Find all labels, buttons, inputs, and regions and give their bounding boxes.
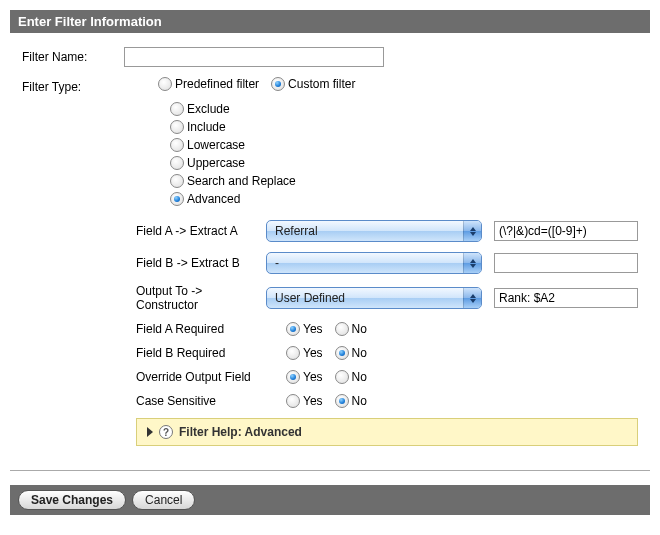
mode-lowercase-radio[interactable] (170, 138, 184, 152)
override-output-label: Override Output Field (136, 370, 286, 384)
field-a-label: Field A -> Extract A (136, 224, 266, 238)
mode-exclude-radio[interactable] (170, 102, 184, 116)
field-a-select-value: Referral (275, 224, 318, 238)
case-sensitive-label: Case Sensitive (136, 394, 286, 408)
filter-panel: Enter Filter Information Filter Name: Fi… (10, 10, 650, 471)
cancel-button[interactable]: Cancel (132, 490, 195, 510)
override-output-yes[interactable]: Yes (286, 370, 323, 384)
custom-filter-label: Custom filter (288, 77, 355, 91)
help-icon: ? (159, 425, 173, 439)
field-b-required-yes[interactable]: Yes (286, 346, 323, 360)
save-changes-button[interactable]: Save Changes (18, 490, 126, 510)
row-filter-type: Filter Type: Predefined filter Custom fi… (22, 77, 638, 94)
output-constructor-input[interactable] (494, 288, 638, 308)
panel-title: Enter Filter Information (10, 10, 650, 33)
predefined-filter-radio[interactable] (158, 77, 172, 91)
updown-icon (463, 221, 481, 241)
filter-name-label: Filter Name: (22, 47, 124, 64)
mode-include-radio[interactable] (170, 120, 184, 134)
field-b-required-label: Field B Required (136, 346, 286, 360)
field-a-select[interactable]: Referral (266, 220, 482, 242)
row-field-a: Field A -> Extract A Referral (22, 220, 638, 242)
panel-body: Filter Name: Filter Type: Predefined fil… (10, 33, 650, 456)
case-sensitive-yes[interactable]: Yes (286, 394, 323, 408)
mode-advanced-radio[interactable] (170, 192, 184, 206)
predefined-filter-label: Predefined filter (175, 77, 259, 91)
row-field-b-required: Field B Required Yes No (22, 346, 638, 360)
field-b-label: Field B -> Extract B (136, 256, 266, 270)
filter-help-bar[interactable]: ? Filter Help: Advanced (136, 418, 638, 446)
field-b-required-no[interactable]: No (335, 346, 367, 360)
mode-uppercase[interactable]: Uppercase (170, 156, 245, 170)
mode-radio-group: Exclude Include Lowercase Uppercase Sear… (22, 100, 638, 208)
mode-uppercase-radio[interactable] (170, 156, 184, 170)
field-a-required-label: Field A Required (136, 322, 286, 336)
row-override-output: Override Output Field Yes No (22, 370, 638, 384)
filter-help-label: Filter Help: Advanced (179, 425, 302, 439)
custom-filter-radio[interactable] (271, 77, 285, 91)
disclosure-triangle-icon (147, 427, 153, 437)
field-a-required-no[interactable]: No (335, 322, 367, 336)
field-b-select-value: - (275, 256, 279, 270)
footer-bar: Save Changes Cancel (10, 485, 650, 515)
case-sensitive-no[interactable]: No (335, 394, 367, 408)
mode-search-replace[interactable]: Search and Replace (170, 174, 296, 188)
field-a-required-yes[interactable]: Yes (286, 322, 323, 336)
output-label: Output To -> Constructor (136, 284, 266, 312)
override-output-no[interactable]: No (335, 370, 367, 384)
field-a-pattern-input[interactable] (494, 221, 638, 241)
row-field-b: Field B -> Extract B - (22, 252, 638, 274)
updown-icon (463, 253, 481, 273)
mode-exclude[interactable]: Exclude (170, 102, 230, 116)
mode-search-replace-radio[interactable] (170, 174, 184, 188)
help-bar-wrap: ? Filter Help: Advanced (22, 418, 638, 446)
mode-lowercase[interactable]: Lowercase (170, 138, 245, 152)
field-b-pattern-input[interactable] (494, 253, 638, 273)
field-b-select[interactable]: - (266, 252, 482, 274)
filter-type-label: Filter Type: (22, 77, 124, 94)
row-case-sensitive: Case Sensitive Yes No (22, 394, 638, 408)
row-field-a-required: Field A Required Yes No (22, 322, 638, 336)
row-filter-name: Filter Name: (22, 47, 638, 67)
filter-name-input[interactable] (124, 47, 384, 67)
mode-include[interactable]: Include (170, 120, 226, 134)
output-select-value: User Defined (275, 291, 345, 305)
output-select[interactable]: User Defined (266, 287, 482, 309)
updown-icon (463, 288, 481, 308)
custom-filter-option[interactable]: Custom filter (271, 77, 355, 91)
mode-advanced[interactable]: Advanced (170, 192, 240, 206)
row-output: Output To -> Constructor User Defined (22, 284, 638, 312)
predefined-filter-option[interactable]: Predefined filter (158, 77, 259, 91)
